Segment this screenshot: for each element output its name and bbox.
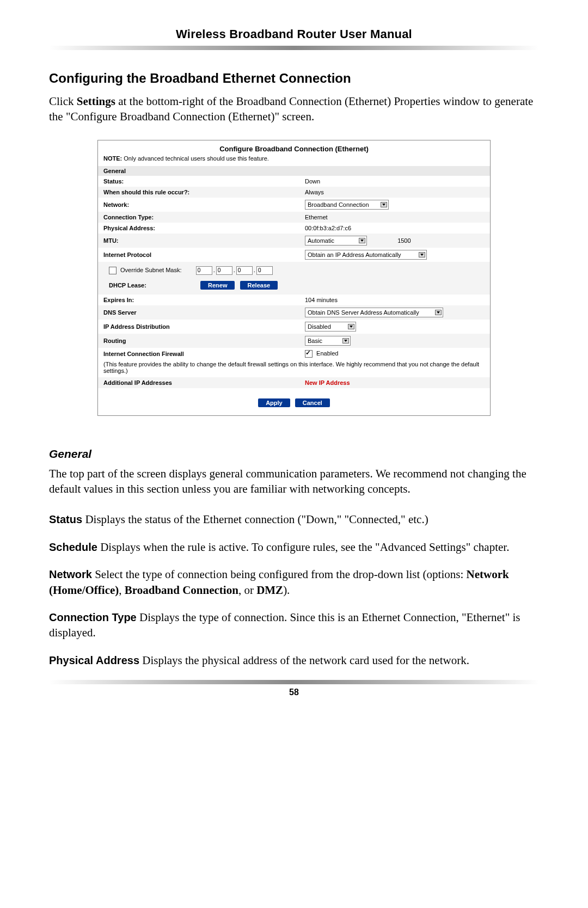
cancel-button[interactable]: Cancel bbox=[295, 398, 330, 407]
def-status-label: Status bbox=[49, 513, 82, 525]
dhcp-lease-row: DHCP Lease: Renew Release bbox=[109, 280, 485, 290]
header-divider bbox=[49, 46, 539, 50]
general-header: General bbox=[98, 166, 490, 176]
text: , or bbox=[238, 584, 256, 597]
def-schedule-label: Schedule bbox=[49, 541, 97, 553]
panel-note: NOTE: Only advanced technical users shou… bbox=[98, 155, 490, 166]
apply-button[interactable]: Apply bbox=[258, 398, 290, 407]
def-physaddr-text: Displays the physical address of the net… bbox=[139, 654, 469, 667]
footer-divider bbox=[49, 680, 539, 684]
mtu-select[interactable]: Automatic bbox=[305, 236, 367, 246]
panel-footer-buttons: Apply Cancel bbox=[98, 388, 490, 415]
def-status-text: Displays the status of the Ethernet conn… bbox=[82, 513, 428, 526]
firewall-label: Internet Connection Firewall bbox=[98, 348, 299, 360]
text: ). bbox=[283, 584, 290, 597]
rule-label: When should this rule occur?: bbox=[98, 187, 299, 198]
general-intro: The top part of the screen displays gene… bbox=[49, 466, 539, 497]
panel-title: Configure Broadband Connection (Ethernet… bbox=[98, 140, 490, 155]
status-label: Status: bbox=[98, 176, 299, 187]
section-intro: Click Settings at the bottom-right of th… bbox=[49, 94, 539, 125]
release-button[interactable]: Release bbox=[240, 281, 278, 290]
subnet-oct3[interactable]: 0 bbox=[236, 266, 253, 275]
def-schedule: Schedule Displays when the rule is activ… bbox=[49, 539, 539, 555]
firewall-enabled-label: Enabled bbox=[315, 350, 338, 357]
net-opt3: DMZ bbox=[256, 584, 283, 597]
network-select[interactable]: Broadband Connection bbox=[305, 200, 389, 210]
section-heading: Configuring the Broadband Ethernet Conne… bbox=[49, 71, 539, 86]
def-physaddr: Physical Address Displays the physical a… bbox=[49, 653, 539, 668]
ipproto-select[interactable]: Obtain an IP Address Automatically bbox=[305, 250, 427, 260]
page-header-title: Wireless Broadband Router User Manual bbox=[49, 27, 539, 41]
text: Click bbox=[49, 95, 77, 108]
def-network: Network Select the type of connection be… bbox=[49, 567, 539, 598]
subnet-oct2[interactable]: 0 bbox=[216, 266, 232, 275]
text: Select the type of connection being conf… bbox=[92, 568, 467, 581]
def-conntype: Connection Type Displays the type of con… bbox=[49, 610, 539, 641]
status-value: Down bbox=[299, 176, 490, 187]
ipdist-label: IP Address Distribution bbox=[98, 320, 299, 334]
rule-value: Always bbox=[299, 187, 490, 198]
override-label: Override Subnet Mask: bbox=[119, 267, 182, 273]
conntype-label: Connection Type: bbox=[98, 212, 299, 223]
expires-label: Expires In: bbox=[98, 295, 299, 305]
conntype-value: Ethernet bbox=[299, 212, 490, 223]
physaddr-value: 00:0f:b3:a2:d7:c6 bbox=[299, 223, 490, 234]
note-text: Only advanced technical users should use… bbox=[122, 155, 269, 162]
net-opt2: Broadband Connection bbox=[125, 584, 238, 597]
def-conntype-label: Connection Type bbox=[49, 611, 137, 623]
routing-select[interactable]: Basic bbox=[305, 336, 351, 346]
network-label: Network: bbox=[98, 198, 299, 212]
addl-ip-label: Additional IP Addresses bbox=[98, 377, 299, 388]
dns-select[interactable]: Obtain DNS Server Address Automatically bbox=[305, 308, 443, 317]
page-number: 58 bbox=[49, 688, 539, 697]
ipproto-label: Internet Protocol bbox=[98, 248, 299, 262]
override-checkbox[interactable] bbox=[109, 267, 117, 274]
ipdist-select[interactable]: Disabled bbox=[305, 322, 356, 332]
expires-value: 104 minutes bbox=[299, 295, 490, 305]
dhcp-lease-label: DHCP Lease: bbox=[109, 282, 146, 289]
general-subheading: General bbox=[49, 447, 539, 461]
mtu-value: 1500 bbox=[397, 237, 411, 244]
text: at the bottom-right of the Broadband Con… bbox=[49, 95, 533, 123]
config-table: General Status: Down When should this ru… bbox=[98, 166, 490, 388]
subnet-oct4[interactable]: 0 bbox=[256, 266, 273, 275]
routing-label: Routing bbox=[98, 334, 299, 348]
text-bold: Settings bbox=[77, 95, 115, 108]
new-ip-link[interactable]: New IP Address bbox=[305, 379, 350, 386]
physaddr-label: Physical Address: bbox=[98, 223, 299, 234]
firewall-checkbox[interactable] bbox=[305, 350, 313, 358]
text: , bbox=[119, 584, 125, 597]
def-physaddr-label: Physical Address bbox=[49, 654, 139, 666]
dns-label: DNS Server bbox=[98, 305, 299, 320]
mtu-label: MTU: bbox=[98, 234, 299, 248]
note-label: NOTE: bbox=[103, 155, 122, 162]
def-schedule-text: Displays when the rule is active. To con… bbox=[97, 541, 510, 554]
def-network-label: Network bbox=[49, 568, 92, 580]
firewall-note: (This feature provides the ability to ch… bbox=[98, 360, 490, 377]
def-status: Status Displays the status of the Ethern… bbox=[49, 512, 539, 527]
config-panel: Configure Broadband Connection (Ethernet… bbox=[97, 140, 491, 416]
subnet-oct1[interactable]: 0 bbox=[196, 266, 212, 275]
renew-button[interactable]: Renew bbox=[200, 281, 235, 290]
override-row: Override Subnet Mask: 0.0.0.0 bbox=[109, 266, 485, 275]
